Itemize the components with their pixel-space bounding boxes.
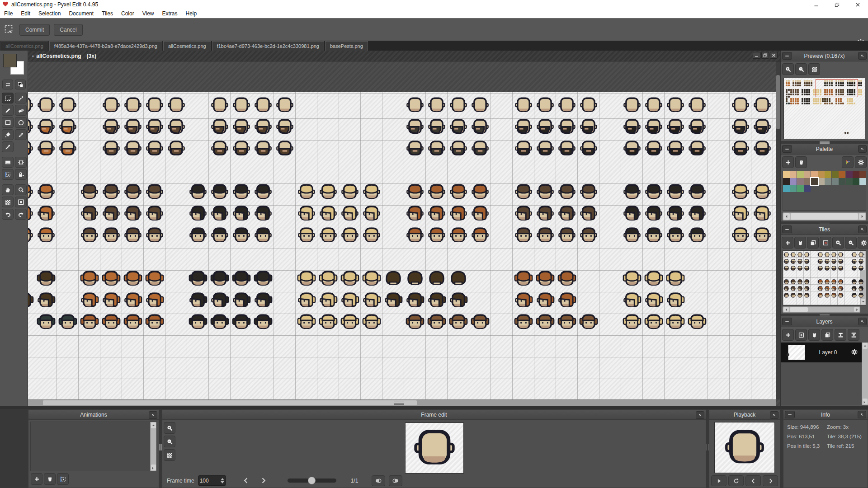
tool-undo-icon[interactable] xyxy=(2,209,14,220)
frame-time-field[interactable] xyxy=(198,475,226,486)
menu-extras[interactable]: Extras xyxy=(158,9,181,18)
tiles-horizontal-scrollbar[interactable] xyxy=(783,306,860,313)
palette-swatch[interactable] xyxy=(783,178,790,185)
tile-cell[interactable] xyxy=(797,265,803,273)
palette-swatch[interactable] xyxy=(839,171,845,178)
tool-wand-icon[interactable] xyxy=(15,93,27,103)
palette-swatch[interactable] xyxy=(832,178,839,185)
frame-edit-preview[interactable] xyxy=(405,422,464,474)
palette-swatch[interactable] xyxy=(797,171,804,178)
palette-swatch[interactable] xyxy=(790,171,797,178)
frame-slider[interactable] xyxy=(288,479,336,483)
tab-2[interactable]: allCosmetics.png xyxy=(163,41,211,51)
tiles-zoom-in-button[interactable] xyxy=(832,237,844,249)
os-minimize-button[interactable] xyxy=(806,0,826,9)
foreground-color-swatch[interactable] xyxy=(3,54,17,67)
tool-background-toggle-icon[interactable] xyxy=(2,197,14,207)
canvas-close-button[interactable] xyxy=(770,52,778,59)
preview-background-button[interactable] xyxy=(808,63,820,75)
default-colors-button[interactable] xyxy=(15,80,26,89)
palette-scrollbar[interactable] xyxy=(783,212,866,221)
tile-cell[interactable] xyxy=(851,265,857,273)
palette-swatch[interactable] xyxy=(811,178,818,185)
scroll-down-icon[interactable] xyxy=(863,399,868,404)
tile-cell[interactable] xyxy=(817,292,823,300)
palette-swatch[interactable] xyxy=(783,185,790,192)
tile-cell[interactable] xyxy=(790,292,796,300)
palette-swatch[interactable] xyxy=(859,171,866,178)
tiles-duplicate-button[interactable] xyxy=(807,237,819,249)
splitter-grip[interactable] xyxy=(394,402,404,405)
tool-fill-icon[interactable] xyxy=(2,129,14,140)
menu-view[interactable]: View xyxy=(138,9,158,18)
playback-next-button[interactable] xyxy=(763,475,778,486)
tool-tile-place-icon[interactable] xyxy=(15,157,27,168)
preview-popout-icon[interactable] xyxy=(858,52,867,60)
tile-cell[interactable] xyxy=(804,292,810,300)
tool-eraser-icon[interactable] xyxy=(15,105,27,116)
playback-loop-button[interactable] xyxy=(728,475,744,486)
palette-swatch[interactable] xyxy=(797,185,804,192)
preview-minimap[interactable] xyxy=(783,78,865,139)
scroll-right-icon[interactable] xyxy=(859,213,865,220)
tiles-gear-button[interactable] xyxy=(858,237,868,249)
tool-border-toggle-icon[interactable] xyxy=(15,197,27,207)
canvas-vertical-scrollbar[interactable] xyxy=(776,61,780,399)
tool-redo-icon[interactable] xyxy=(15,209,27,220)
palette-swatch[interactable] xyxy=(846,178,853,185)
palette-swatch[interactable] xyxy=(832,171,839,178)
layer-settings-gear-icon[interactable] xyxy=(851,348,858,357)
tiles-zoom-out-button[interactable] xyxy=(845,237,857,249)
tile-cell[interactable] xyxy=(797,292,803,300)
tool-tile-strip-icon[interactable] xyxy=(2,157,14,168)
tile-cell[interactable] xyxy=(831,265,837,273)
animations-popout-icon[interactable] xyxy=(149,411,157,419)
layers-add-button[interactable] xyxy=(782,329,794,341)
cancel-button[interactable]: Cancel xyxy=(54,24,82,36)
tile-cell[interactable] xyxy=(824,265,830,273)
palette-swatch[interactable] xyxy=(859,178,866,185)
tile-cell[interactable] xyxy=(817,265,823,273)
palette-swatch[interactable] xyxy=(825,171,831,178)
sprite-sheet-canvas[interactable] xyxy=(28,92,776,399)
frame-edit-zoom-in-button[interactable] xyxy=(164,422,175,434)
palette-swatch[interactable] xyxy=(790,178,797,185)
palette-swatch[interactable] xyxy=(853,171,859,178)
menu-edit[interactable]: Edit xyxy=(17,9,34,18)
palette-swatch[interactable] xyxy=(804,178,811,185)
tile-cell[interactable] xyxy=(790,265,796,273)
preview-zoom-in-button[interactable] xyxy=(782,63,794,75)
os-close-button[interactable] xyxy=(847,0,868,9)
preview-viewport-rect[interactable] xyxy=(816,79,858,97)
palette-swatch[interactable] xyxy=(825,178,831,185)
tool-rectangle-icon[interactable] xyxy=(2,117,14,128)
tab-1[interactable]: f485a34e-437a-4478-b2a8-e7dace2429d3.png xyxy=(49,41,162,51)
tool-ellipse-icon[interactable] xyxy=(15,117,27,128)
tile-cell[interactable] xyxy=(783,265,789,273)
palette-swatch[interactable] xyxy=(811,171,818,178)
frame-slider-handle[interactable] xyxy=(308,477,316,484)
palette-swatch[interactable] xyxy=(853,178,859,185)
onion-skin-prev-button[interactable] xyxy=(372,475,385,486)
tiles-collapse-button[interactable] xyxy=(782,225,792,233)
palette-mixer-button[interactable] xyxy=(842,156,854,168)
scroll-up-icon[interactable] xyxy=(151,422,156,428)
tab-4[interactable]: basePests.png xyxy=(325,41,368,51)
tool-pan-icon[interactable] xyxy=(2,184,14,195)
canvas-restore-button[interactable] xyxy=(761,52,769,59)
palette-bucket-button[interactable] xyxy=(795,156,807,168)
os-maximize-button[interactable] xyxy=(826,0,847,9)
layers-scrollbar[interactable] xyxy=(862,343,868,405)
frame-time-stepper[interactable] xyxy=(221,478,224,483)
palette-swatch[interactable] xyxy=(790,185,797,192)
palette-add-button[interactable] xyxy=(782,156,794,168)
scroll-left-icon[interactable] xyxy=(783,307,789,312)
scroll-up-icon[interactable] xyxy=(863,343,868,349)
tiles-bucket-button[interactable] xyxy=(794,237,806,249)
tile-cell[interactable] xyxy=(858,265,864,273)
layer-thumbnail[interactable] xyxy=(788,345,805,360)
palette-swatch[interactable] xyxy=(839,178,845,185)
swap-colors-button[interactable] xyxy=(2,80,13,89)
tile-cell[interactable] xyxy=(838,265,844,273)
horizontal-splitter[interactable] xyxy=(0,406,868,409)
